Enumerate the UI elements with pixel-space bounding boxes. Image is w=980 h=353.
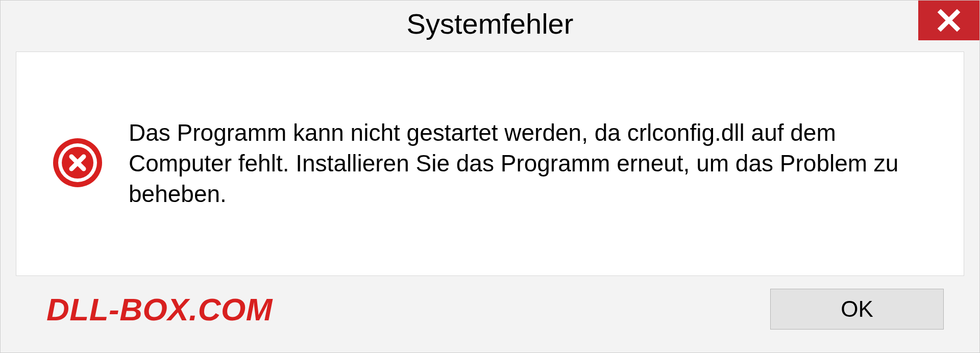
ok-button[interactable]: OK: [770, 289, 944, 330]
error-icon: [52, 137, 103, 190]
watermark-text: DLL-BOX.COM: [46, 291, 273, 327]
message-panel: Das Programm kann nicht gestartet werden…: [16, 52, 964, 276]
dialog-title: Systemfehler: [407, 7, 574, 40]
content-area: Das Programm kann nicht gestartet werden…: [1, 46, 979, 352]
dialog-footer: DLL-BOX.COM OK: [16, 276, 964, 342]
close-button[interactable]: [918, 1, 979, 40]
error-dialog: Systemfehler Das Programm kann nicht ges…: [0, 0, 980, 353]
error-message: Das Programm kann nicht gestartet werden…: [129, 118, 928, 209]
titlebar: Systemfehler: [1, 1, 979, 46]
close-icon: [937, 8, 961, 33]
